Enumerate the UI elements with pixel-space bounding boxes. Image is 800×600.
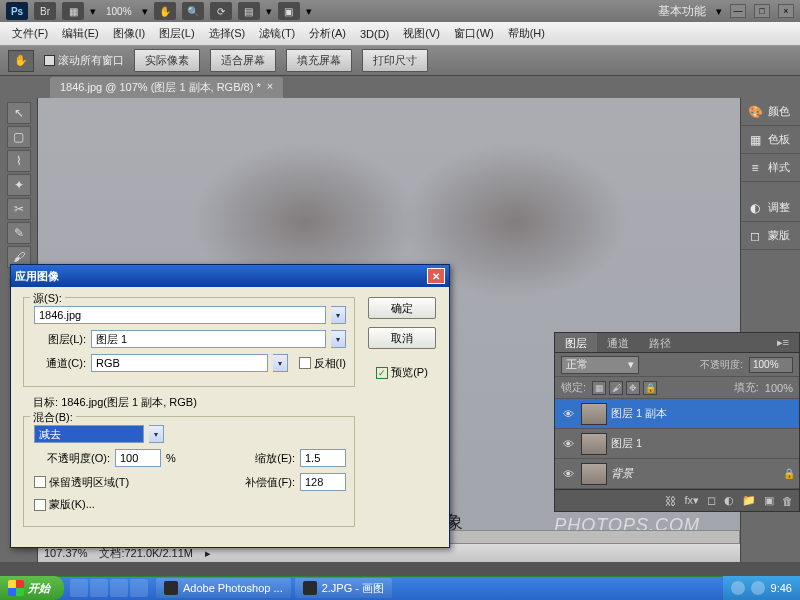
- preserve-transparency-checkbox[interactable]: 保留透明区域(T): [34, 475, 129, 490]
- blend-select[interactable]: 减去: [34, 425, 144, 443]
- lock-transparent-icon[interactable]: ▦: [592, 381, 606, 395]
- document-tab[interactable]: 1846.jpg @ 107% (图层 1 副本, RGB/8) * ×: [50, 77, 283, 98]
- visibility-icon[interactable]: 👁: [559, 435, 577, 453]
- layer-row[interactable]: 👁 背景 🔒: [555, 459, 799, 489]
- scale-input[interactable]: 1.5: [300, 449, 346, 467]
- workspace-dropdown-icon[interactable]: ▾: [716, 5, 722, 18]
- preview-checkbox[interactable]: ✓ 预览(P): [376, 365, 428, 380]
- lock-position-icon[interactable]: ✥: [626, 381, 640, 395]
- visibility-icon[interactable]: 👁: [559, 405, 577, 423]
- mask-checkbox[interactable]: 蒙版(K)...: [34, 497, 95, 512]
- dialog-close-button[interactable]: ✕: [427, 268, 445, 284]
- hand-icon[interactable]: ✋: [154, 2, 176, 20]
- tab-channels[interactable]: 通道: [597, 333, 639, 352]
- close-tab-icon[interactable]: ×: [267, 80, 273, 95]
- lock-pixels-icon[interactable]: 🖌: [609, 381, 623, 395]
- menu-view[interactable]: 视图(V): [397, 23, 446, 44]
- menu-file[interactable]: 文件(F): [6, 23, 54, 44]
- panel-masks[interactable]: ◻蒙版: [741, 222, 800, 250]
- tray-icon[interactable]: [731, 581, 745, 595]
- ok-button[interactable]: 确定: [368, 297, 436, 319]
- adjustment-layer-icon[interactable]: ◐: [724, 494, 734, 507]
- group-icon[interactable]: 📁: [742, 494, 756, 507]
- tab-layers[interactable]: 图层: [555, 333, 597, 352]
- blend-mode-select[interactable]: 正常 ▾: [561, 356, 639, 374]
- clock[interactable]: 9:46: [771, 582, 792, 594]
- close-button[interactable]: ×: [778, 4, 794, 18]
- layer-row[interactable]: 👁 图层 1 副本: [555, 399, 799, 429]
- ql-icon[interactable]: [130, 579, 148, 597]
- menu-image[interactable]: 图像(I): [107, 23, 151, 44]
- cancel-button[interactable]: 取消: [368, 327, 436, 349]
- layer-fx-icon[interactable]: fx▾: [684, 494, 699, 507]
- layer-select[interactable]: 图层 1: [91, 330, 326, 348]
- layer-row[interactable]: 👁 图层 1: [555, 429, 799, 459]
- bridge-icon[interactable]: Br: [34, 2, 56, 20]
- ql-icon[interactable]: [70, 579, 88, 597]
- panel-menu-icon[interactable]: ▸≡: [767, 333, 799, 352]
- arrange-icon[interactable]: ▤: [238, 2, 260, 20]
- menu-filter[interactable]: 滤镜(T): [253, 23, 301, 44]
- lock-all-icon[interactable]: 🔒: [643, 381, 657, 395]
- fill-value[interactable]: 100%: [765, 382, 793, 394]
- taskbar-item-paint[interactable]: 2.JPG - 画图: [295, 578, 392, 598]
- invert-checkbox[interactable]: 反相(I): [299, 356, 346, 371]
- start-button[interactable]: 开始: [0, 576, 64, 600]
- menu-layer[interactable]: 图层(L): [153, 23, 200, 44]
- scroll-all-checkbox[interactable]: 滚动所有窗口: [44, 53, 124, 68]
- screenmode-icon[interactable]: ▦: [62, 2, 84, 20]
- magic-wand-tool[interactable]: ✦: [7, 174, 31, 196]
- marquee-tool[interactable]: ▢: [7, 126, 31, 148]
- fill-screen-button[interactable]: 填充屏幕: [286, 49, 352, 72]
- dropdown-icon[interactable]: ▾: [331, 306, 346, 324]
- offset-input[interactable]: 128: [300, 473, 346, 491]
- dialog-titlebar[interactable]: 应用图像 ✕: [11, 265, 449, 287]
- panel-styles[interactable]: ≡样式: [741, 154, 800, 182]
- workspace-switcher[interactable]: 基本功能: [658, 3, 706, 20]
- delete-layer-icon[interactable]: 🗑: [782, 495, 793, 507]
- dropdown-icon[interactable]: ▾: [273, 354, 288, 372]
- taskbar-item-photoshop[interactable]: Adobe Photoshop ...: [156, 578, 291, 598]
- crop-tool[interactable]: ✂: [7, 198, 31, 220]
- zoom-icon[interactable]: 🔍: [182, 2, 204, 20]
- minimize-button[interactable]: —: [730, 4, 746, 18]
- link-layers-icon[interactable]: ⛓: [665, 495, 676, 507]
- rotate-icon[interactable]: ⟳: [210, 2, 232, 20]
- status-zoom[interactable]: 107.37%: [44, 547, 87, 559]
- maximize-button[interactable]: □: [754, 4, 770, 18]
- zoom-level[interactable]: 100%: [106, 6, 132, 17]
- layer-thumbnail[interactable]: [581, 463, 607, 485]
- opacity-value[interactable]: 100%: [749, 357, 793, 373]
- layer-name[interactable]: 图层 1: [611, 436, 642, 451]
- actual-pixels-button[interactable]: 实际像素: [134, 49, 200, 72]
- source-select[interactable]: 1846.jpg: [34, 306, 326, 324]
- panel-swatches[interactable]: ▦色板: [741, 126, 800, 154]
- menu-select[interactable]: 选择(S): [203, 23, 252, 44]
- print-size-button[interactable]: 打印尺寸: [362, 49, 428, 72]
- layer-name[interactable]: 背景: [611, 466, 633, 481]
- layer-name[interactable]: 图层 1 副本: [611, 406, 667, 421]
- menu-help[interactable]: 帮助(H): [502, 23, 551, 44]
- new-layer-icon[interactable]: ▣: [764, 494, 774, 507]
- opacity-input[interactable]: 100: [115, 449, 161, 467]
- menu-edit[interactable]: 编辑(E): [56, 23, 105, 44]
- channel-select[interactable]: RGB: [91, 354, 268, 372]
- visibility-icon[interactable]: 👁: [559, 465, 577, 483]
- menu-3d[interactable]: 3D(D): [354, 25, 395, 43]
- ql-icon[interactable]: [110, 579, 128, 597]
- fit-screen-button[interactable]: 适合屏幕: [210, 49, 276, 72]
- panel-color[interactable]: 🎨颜色: [741, 98, 800, 126]
- move-tool[interactable]: ↖: [7, 102, 31, 124]
- layer-mask-icon[interactable]: ◻: [707, 494, 716, 507]
- tab-paths[interactable]: 路径: [639, 333, 681, 352]
- dropdown-icon[interactable]: ▾: [149, 425, 164, 443]
- dropdown-icon[interactable]: ▾: [331, 330, 346, 348]
- current-tool-icon[interactable]: ✋: [8, 50, 34, 72]
- ql-icon[interactable]: [90, 579, 108, 597]
- eyedropper-tool[interactable]: ✎: [7, 222, 31, 244]
- layer-thumbnail[interactable]: [581, 433, 607, 455]
- screenlayout-icon[interactable]: ▣: [278, 2, 300, 20]
- layer-thumbnail[interactable]: [581, 403, 607, 425]
- tray-icon[interactable]: [751, 581, 765, 595]
- lasso-tool[interactable]: ⌇: [7, 150, 31, 172]
